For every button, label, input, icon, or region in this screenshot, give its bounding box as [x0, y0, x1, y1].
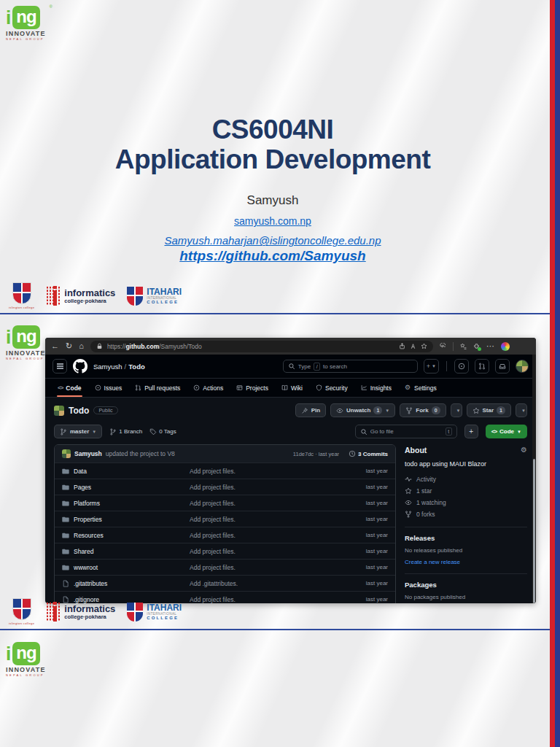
repo-name[interactable]: Todo [69, 406, 89, 416]
tab-label: Actions [203, 384, 223, 392]
header-divider [446, 361, 447, 371]
islington-caption: islington college [9, 622, 34, 625]
create-release-link[interactable]: Create a new release [405, 559, 460, 565]
search-input[interactable]: Type / to search [283, 360, 418, 373]
go-to-file-input[interactable]: Go to file t [355, 425, 457, 438]
commit-meta[interactable]: 11de7dc · last year [293, 451, 339, 457]
file-commit-message[interactable]: Add project files. [190, 484, 350, 491]
fork-dropdown-button[interactable]: ▼ [451, 403, 462, 417]
file-name[interactable]: .gitattributes [74, 580, 107, 587]
browser-scrollbar[interactable] [532, 355, 536, 603]
unwatch-button[interactable]: Unwatch 1 ▼ [330, 403, 395, 417]
user-avatar[interactable] [516, 360, 529, 373]
tab-insights[interactable]: Insights [356, 379, 397, 397]
table-row[interactable]: wwwrootAdd project files.last year [55, 559, 395, 575]
commit-message[interactable]: updated the project to V8 [106, 450, 175, 457]
file-commit-message[interactable]: Add project files. [190, 532, 350, 539]
tab-projects[interactable]: Projects [231, 379, 273, 397]
copilot-icon[interactable] [501, 342, 510, 351]
file-commit-time: last year [350, 596, 388, 603]
table-row[interactable]: PropertiesAdd project files.last year [55, 511, 395, 527]
packages-title[interactable]: Packages [405, 581, 527, 589]
favorite-star-icon[interactable] [421, 343, 427, 349]
table-row[interactable]: PagesAdd project files.last year [55, 479, 395, 495]
table-row[interactable]: PlatformsAdd project files.last year [55, 495, 395, 511]
table-row[interactable]: .gitattributesAdd .gitattributes.last ye… [55, 575, 395, 591]
itahari-shield-icon [127, 287, 143, 306]
stat-label: 0 forks [416, 511, 435, 518]
favorites-bar-icon[interactable] [460, 343, 467, 349]
github-logo-icon[interactable] [73, 359, 88, 374]
file-commit-time: last year [350, 516, 388, 522]
repo-owner-avatar[interactable] [54, 406, 64, 416]
website-link[interactable]: samyush.com.np [234, 215, 311, 227]
address-bar[interactable]: https://github.com/Samyush/Todo [90, 341, 433, 352]
refresh-icon[interactable]: ↻ [66, 342, 72, 350]
releases-title[interactable]: Releases [405, 534, 527, 542]
sidebar-stat-pulse[interactable]: Activity [405, 473, 527, 485]
share-icon[interactable] [399, 343, 405, 349]
pin-button[interactable]: Pin [295, 403, 326, 417]
star-button[interactable]: Star 1 [467, 403, 511, 417]
file-name[interactable]: Platforms [74, 500, 100, 507]
latest-commit-row[interactable]: Samyush updated the project to V8 11de7d… [55, 445, 395, 462]
star-count: 1 [497, 406, 505, 414]
sidebar-stat-eye[interactable]: 1 watching [405, 497, 527, 508]
tab-security[interactable]: Security [311, 379, 353, 397]
branches-link[interactable]: 1 Branch [109, 428, 142, 436]
packages-section: Packages No packages published Publish y… [405, 573, 527, 603]
ing-logo-name: INNOVATE [6, 30, 50, 37]
file-name[interactable]: Shared [74, 548, 93, 555]
table-row[interactable]: SharedAdd project files.last year [55, 543, 395, 559]
github-link[interactable]: https://github.com/Samyush [22, 248, 524, 264]
table-row[interactable]: DataAdd project files.last year [55, 462, 395, 479]
create-new-button[interactable]: +▼ [424, 359, 439, 374]
tab-pull-requests[interactable]: Pull requests [130, 379, 185, 397]
hamburger-menu-icon[interactable] [52, 359, 67, 374]
gear-icon[interactable]: ⚙ [521, 446, 527, 454]
tags-link[interactable]: 0 Tags [149, 428, 176, 436]
extensions-icon[interactable] [473, 343, 480, 349]
file-commit-message[interactable]: Add project files. [190, 596, 350, 603]
tab-issues[interactable]: Issues [90, 379, 128, 397]
home-icon[interactable]: ⌂ [79, 342, 84, 350]
tab-wiki[interactable]: Wiki [276, 379, 308, 397]
file-name[interactable]: Resources [74, 532, 104, 539]
file-commit-message[interactable]: Add project files. [190, 468, 350, 475]
scrollbar-thumb[interactable] [533, 459, 535, 603]
back-icon[interactable]: ← [51, 342, 59, 350]
more-icon[interactable]: ⋯ [486, 342, 494, 350]
code-button[interactable]: <> Code ▼ [486, 425, 527, 438]
inbox-icon-button[interactable] [495, 359, 510, 374]
sidebar-stat-star[interactable]: 1 star [405, 485, 527, 497]
commit-author[interactable]: Samyush [74, 450, 102, 457]
star-dropdown-button[interactable]: ▼ [516, 403, 527, 417]
file-commit-message[interactable]: Add .gitattributes. [190, 580, 350, 587]
file-commit-message[interactable]: Add project files. [190, 548, 350, 555]
tab-actions[interactable]: Actions [188, 379, 228, 397]
read-aloud-icon[interactable] [410, 343, 416, 349]
file-name[interactable]: Data [74, 468, 87, 475]
commit-history-link[interactable]: 3 Commits [349, 450, 388, 457]
file-commit-message[interactable]: Add project files. [190, 500, 350, 507]
issues-icon-button[interactable] [454, 359, 469, 374]
tab-label: Projects [246, 384, 268, 392]
file-name[interactable]: Properties [74, 516, 102, 523]
browser-essentials-icon[interactable] [440, 343, 446, 349]
file-commit-message[interactable]: Add project files. [190, 516, 350, 523]
file-name[interactable]: Pages [74, 484, 91, 491]
tab-code[interactable]: <>Code [52, 379, 87, 397]
file-commit-message[interactable]: Add project files. [190, 564, 350, 571]
add-file-button[interactable]: + [464, 425, 478, 438]
pull-requests-icon-button[interactable] [475, 359, 489, 374]
email-link[interactable]: Samyush.maharjan@islingtoncollege.edu.np [22, 234, 524, 247]
ing-logo-subtitle: NEPAL GROUP [6, 357, 50, 360]
table-row[interactable]: ResourcesAdd project files.last year [55, 527, 395, 543]
breadcrumb[interactable]: Samyush/Todo [93, 363, 145, 371]
fork-button[interactable]: Fork 0 [400, 403, 446, 417]
file-name[interactable]: wwwroot [74, 564, 98, 571]
sidebar-stat-fork[interactable]: 0 forks [405, 508, 527, 520]
branch-selector[interactable]: master ▼ [54, 425, 102, 438]
tab-settings[interactable]: ⚙Settings [400, 379, 442, 397]
file-commit-time: last year [350, 564, 388, 570]
